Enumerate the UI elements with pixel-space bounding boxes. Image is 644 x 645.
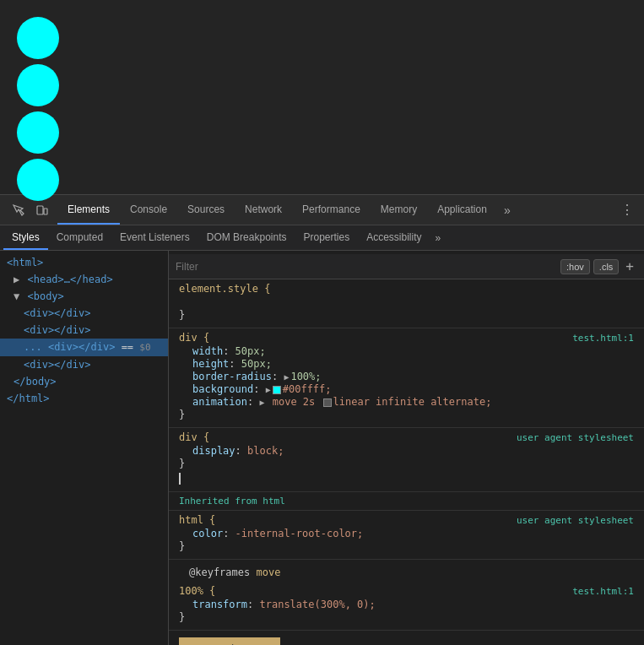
- element-style-selector: element.style {: [179, 283, 634, 295]
- styles-panel[interactable]: :hov .cls + element.style { } div {: [169, 251, 644, 645]
- box-model-area: margin –: [169, 631, 644, 645]
- tab-overflow-button[interactable]: »: [497, 203, 517, 217]
- html-color: color: -internal-root-color;: [179, 528, 634, 539]
- div-background: background: ▶#00ffff;: [179, 383, 634, 395]
- filter-bar: :hov .cls +: [169, 254, 644, 279]
- arrow-head: ▶: [14, 274, 19, 285]
- div-source[interactable]: test.html:1: [572, 333, 634, 344]
- cursor-area: [179, 469, 634, 485]
- tree-item-head[interactable]: ▶ <head>…</head>: [0, 271, 168, 288]
- div-ua-close: }: [179, 458, 634, 469]
- keyframes-transform: transform: translate(300%, 0);: [179, 599, 634, 610]
- keyframes-source[interactable]: test.html:1: [572, 586, 634, 597]
- tree-item-html-close[interactable]: </html>: [0, 390, 168, 407]
- color-swatch[interactable]: [273, 386, 281, 394]
- div-width: width: 50px;: [179, 345, 634, 357]
- filter-input[interactable]: [176, 261, 555, 273]
- circle-1: [17, 17, 59, 59]
- bg-triangle-icon: ▶: [266, 385, 271, 394]
- tree-item-div1[interactable]: <div></div>: [0, 305, 168, 322]
- subtab-computed[interactable]: Computed: [48, 225, 111, 250]
- div-ua-display: display: block;: [179, 445, 634, 457]
- div-border-radius: border-radius: ▶100%;: [179, 371, 634, 382]
- devtools-more-button[interactable]: ⋮: [614, 202, 641, 218]
- div-height: height: 50px;: [179, 358, 634, 370]
- html-useragent-block: html { user agent stylesheet color: -int…: [169, 511, 644, 560]
- div-animation: animation: ▶ move 2s linear infinite alt…: [179, 396, 634, 408]
- filter-buttons: :hov .cls +: [560, 258, 637, 274]
- webpage-preview: [0, 0, 644, 194]
- div-style-block: div { test.html:1 width: 50px; height: 5…: [169, 328, 644, 428]
- div-ua-source: user agent stylesheet: [517, 432, 634, 443]
- tab-network[interactable]: Network: [235, 195, 292, 225]
- tree-item-div3-selected[interactable]: ... <div></div> == $0: [0, 339, 168, 356]
- elements-panel[interactable]: <html> ▶ <head>…</head> ▼ <body> <div></…: [0, 251, 169, 645]
- tree-item-html[interactable]: <html>: [0, 254, 168, 271]
- tab-console[interactable]: Console: [120, 195, 177, 225]
- keyframes-100-selector: 100% { test.html:1: [179, 585, 634, 597]
- devtools-tabs: Elements Console Sources Network Perform…: [57, 195, 614, 225]
- text-cursor: [179, 473, 181, 485]
- subtab-event-listeners[interactable]: Event Listeners: [111, 225, 198, 250]
- box-model-visual: margin –: [179, 637, 280, 645]
- div-ua-selector: div { user agent stylesheet: [179, 431, 634, 443]
- subtab-styles[interactable]: Styles: [3, 225, 48, 250]
- div-close: }: [179, 409, 634, 420]
- subtab-dom-breakpoints[interactable]: DOM Breakpoints: [198, 225, 295, 250]
- devtools-toolbar: Elements Console Sources Network Perform…: [0, 195, 644, 225]
- circle-3: [17, 111, 59, 154]
- element-style-empty: [179, 296, 634, 308]
- html-ua-selector: html { user agent stylesheet: [179, 514, 634, 526]
- cls-button[interactable]: .cls: [593, 259, 620, 274]
- devtools-panel: Elements Console Sources Network Perform…: [0, 194, 644, 645]
- animation-checkbox[interactable]: [323, 398, 332, 407]
- tree-item-div4[interactable]: <div></div>: [0, 356, 168, 373]
- tab-sources[interactable]: Sources: [177, 195, 235, 225]
- tree-item-body-close[interactable]: </body>: [0, 373, 168, 390]
- add-style-button[interactable]: +: [622, 258, 637, 274]
- devtools-main-content: <html> ▶ <head>…</head> ▼ <body> <div></…: [0, 251, 644, 645]
- anim-triangle-icon: ▶: [259, 398, 264, 407]
- html-ua-close: }: [179, 540, 634, 552]
- element-style-close: }: [179, 309, 634, 321]
- div-useragent-block: div { user agent stylesheet display: blo…: [169, 428, 644, 492]
- tab-application[interactable]: Application: [427, 195, 497, 225]
- hov-button[interactable]: :hov: [560, 259, 590, 274]
- circle-4: [17, 159, 59, 201]
- html-ua-source: user agent stylesheet: [517, 515, 634, 526]
- subtab-accessibility[interactable]: Accessibility: [358, 225, 430, 250]
- tab-memory[interactable]: Memory: [371, 195, 427, 225]
- keyframes-header-block: @keyframes move 100% { test.html:1 trans…: [169, 560, 644, 631]
- div-selector: div { test.html:1: [179, 332, 634, 344]
- tab-performance[interactable]: Performance: [292, 195, 371, 225]
- keyframes-close: }: [179, 611, 634, 623]
- triangle-icon: ▶: [284, 372, 289, 382]
- tree-item-body[interactable]: ▼ <body>: [0, 288, 168, 305]
- keyframes-label: @keyframes move: [179, 563, 634, 582]
- arrow-body: ▼: [14, 290, 19, 302]
- subtab-overflow-button[interactable]: »: [430, 232, 446, 244]
- devtools-subtabs: Styles Computed Event Listeners DOM Brea…: [0, 225, 644, 251]
- inherited-label: Inherited from html: [169, 492, 644, 511]
- circle-2: [17, 64, 59, 106]
- tree-item-div2[interactable]: <div></div>: [0, 322, 168, 339]
- circles-container: [8, 8, 68, 209]
- element-style-block: element.style { }: [169, 279, 644, 328]
- subtab-properties[interactable]: Properties: [295, 225, 358, 250]
